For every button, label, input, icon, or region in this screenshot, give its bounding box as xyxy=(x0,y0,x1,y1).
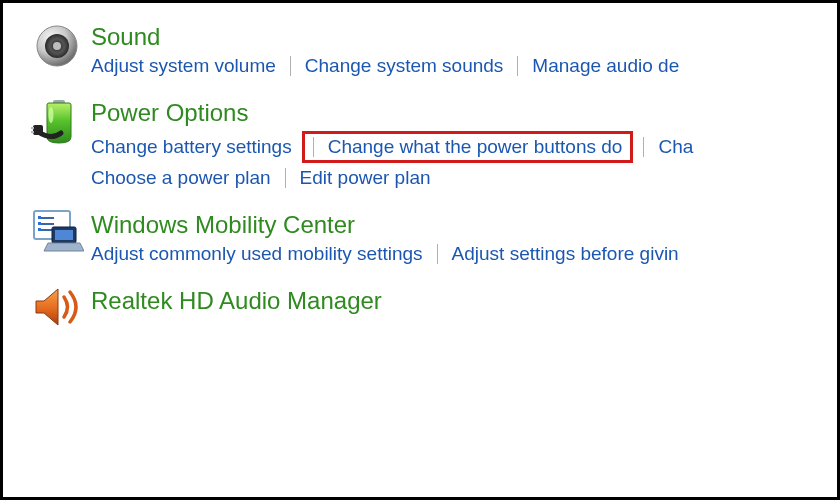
section-power-options: Power Options Change battery settings Ch… xyxy=(23,97,837,189)
svg-rect-5 xyxy=(33,125,43,135)
svg-rect-14 xyxy=(38,228,41,231)
links-row: Adjust system volume Change system sound… xyxy=(91,55,837,77)
link-adjust-before-giving[interactable]: Adjust settings before givin xyxy=(452,243,679,265)
svg-rect-6 xyxy=(31,127,34,129)
separator xyxy=(437,244,438,264)
svg-rect-7 xyxy=(31,131,34,133)
section-mobility-center: Windows Mobility Center Adjust commonly … xyxy=(23,209,837,265)
separator xyxy=(285,168,286,188)
links-row: Change battery settings Change what the … xyxy=(91,131,837,163)
svg-rect-16 xyxy=(55,230,73,240)
svg-rect-13 xyxy=(38,222,41,225)
link-change-power-buttons[interactable]: Change what the power buttons do xyxy=(328,136,623,158)
link-adjust-mobility-settings[interactable]: Adjust commonly used mobility settings xyxy=(91,243,423,265)
link-manage-audio-devices[interactable]: Manage audio de xyxy=(532,55,679,77)
mobility-center-icon xyxy=(30,209,84,257)
svg-point-4 xyxy=(49,107,54,123)
section-realtek-audio: Realtek HD Audio Manager xyxy=(23,285,837,329)
highlight-box: Change what the power buttons do xyxy=(302,131,634,163)
section-sound: Sound Adjust system volume Change system… xyxy=(23,21,837,77)
category-title-power-options[interactable]: Power Options xyxy=(91,99,837,127)
separator xyxy=(313,137,314,157)
link-choose-power-plan[interactable]: Choose a power plan xyxy=(91,167,271,189)
realtek-speaker-icon xyxy=(31,285,83,329)
svg-point-2 xyxy=(53,42,61,50)
links-row: Choose a power plan Edit power plan xyxy=(91,167,837,189)
separator xyxy=(517,56,518,76)
battery-plug-icon xyxy=(31,97,83,149)
svg-rect-12 xyxy=(38,216,41,219)
link-change-battery-settings[interactable]: Change battery settings xyxy=(91,136,292,158)
category-title-mobility-center[interactable]: Windows Mobility Center xyxy=(91,211,837,239)
separator xyxy=(290,56,291,76)
category-title-realtek[interactable]: Realtek HD Audio Manager xyxy=(91,287,837,315)
links-row: Adjust commonly used mobility settings A… xyxy=(91,243,837,265)
link-adjust-system-volume[interactable]: Adjust system volume xyxy=(91,55,276,77)
link-change-system-sounds[interactable]: Change system sounds xyxy=(305,55,504,77)
speaker-icon xyxy=(32,21,82,71)
separator xyxy=(643,137,644,157)
link-change-plan-truncated[interactable]: Cha xyxy=(658,136,693,158)
link-edit-power-plan[interactable]: Edit power plan xyxy=(300,167,431,189)
category-title-sound[interactable]: Sound xyxy=(91,23,837,51)
